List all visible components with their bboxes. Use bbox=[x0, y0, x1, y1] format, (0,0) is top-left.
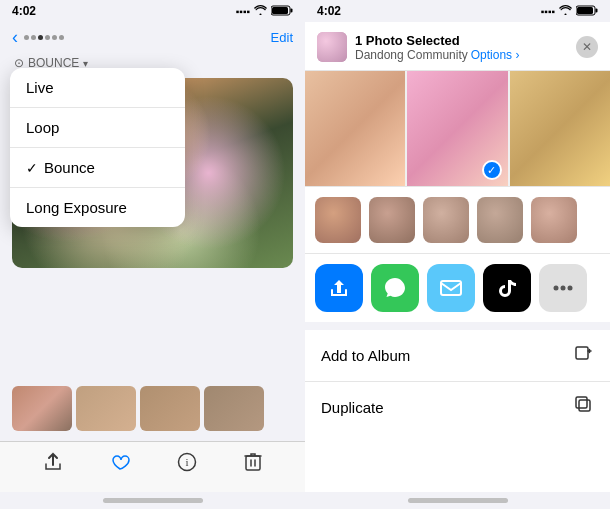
person-2[interactable] bbox=[369, 197, 415, 243]
duplicate-label: Duplicate bbox=[321, 399, 384, 416]
add-to-album-item[interactable]: Add to Album bbox=[305, 330, 610, 382]
svg-rect-15 bbox=[576, 397, 587, 408]
tiktok-app-icon[interactable] bbox=[483, 264, 531, 312]
person-1[interactable] bbox=[315, 197, 361, 243]
check-icon: ✓ bbox=[26, 160, 38, 176]
time-right: 4:02 bbox=[317, 4, 341, 18]
photo-count: 1 Photo Selected bbox=[355, 33, 576, 48]
nav-dot-6 bbox=[59, 35, 64, 40]
thumbnail-1[interactable] bbox=[12, 386, 72, 431]
share-app-icon[interactable] bbox=[315, 264, 363, 312]
photo-cell-1[interactable] bbox=[305, 71, 405, 186]
live-label: Live bbox=[26, 79, 54, 96]
share-button[interactable] bbox=[43, 452, 63, 477]
app-icons-strip bbox=[305, 253, 610, 322]
svg-rect-2 bbox=[272, 7, 288, 14]
person-3[interactable] bbox=[423, 197, 469, 243]
wifi-icon bbox=[254, 5, 267, 17]
svg-rect-14 bbox=[579, 400, 590, 411]
photo-cell-2[interactable] bbox=[407, 71, 507, 186]
svg-rect-9 bbox=[441, 281, 461, 295]
edit-button[interactable]: Edit bbox=[271, 30, 293, 45]
right-panel: 4:02 ▪▪▪▪ 1 Photo Selected bbox=[305, 0, 610, 509]
status-bar-left: 4:02 ▪▪▪▪ bbox=[0, 0, 305, 22]
share-header-text: 1 Photo Selected Dandong Community Optio… bbox=[355, 33, 576, 62]
trash-button[interactable] bbox=[244, 452, 262, 477]
thumbnail-3[interactable] bbox=[140, 386, 200, 431]
battery-icon-right bbox=[576, 5, 598, 18]
nav-dot-5 bbox=[52, 35, 57, 40]
signal-icon-right: ▪▪▪▪ bbox=[541, 6, 555, 17]
close-button[interactable]: ✕ bbox=[576, 36, 598, 58]
nav-dot-1 bbox=[24, 35, 29, 40]
options-button[interactable]: Options › bbox=[471, 48, 520, 62]
status-icons-right: ▪▪▪▪ bbox=[541, 5, 598, 18]
svg-rect-8 bbox=[577, 7, 593, 14]
bounce-option-label: Bounce bbox=[44, 159, 95, 176]
select-indicator bbox=[482, 160, 502, 180]
mail-app-icon[interactable] bbox=[427, 264, 475, 312]
photo-cell-3[interactable] bbox=[510, 71, 610, 186]
photo-grid bbox=[305, 71, 610, 186]
thumbnail-4[interactable] bbox=[204, 386, 264, 431]
svg-rect-7 bbox=[596, 8, 598, 12]
share-header: 1 Photo Selected Dandong Community Optio… bbox=[305, 22, 610, 71]
share-avatar bbox=[317, 32, 347, 62]
status-icons-left: ▪▪▪▪ bbox=[236, 5, 293, 18]
svg-rect-13 bbox=[576, 347, 588, 359]
status-bar-right: 4:02 ▪▪▪▪ bbox=[305, 0, 610, 22]
community-label: Dandong Community bbox=[355, 48, 468, 62]
nav-dot-4 bbox=[45, 35, 50, 40]
add-to-album-label: Add to Album bbox=[321, 347, 410, 364]
loop-label: Loop bbox=[26, 119, 59, 136]
add-album-icon bbox=[574, 343, 594, 368]
nav-dots bbox=[24, 35, 64, 40]
heart-button[interactable] bbox=[110, 452, 130, 477]
dropdown-item-bounce[interactable]: ✓ Bounce bbox=[10, 148, 185, 188]
time-left: 4:02 bbox=[12, 4, 36, 18]
spacer bbox=[0, 268, 305, 376]
bottom-toolbar: i bbox=[0, 441, 305, 492]
dropdown-menu: Live Loop ✓ Bounce Long Exposure bbox=[10, 68, 185, 227]
duplicate-icon bbox=[574, 395, 594, 420]
nav-bar-left: ‹ Edit bbox=[0, 22, 305, 52]
thumbnail-strip bbox=[0, 376, 305, 441]
wifi-icon-right bbox=[559, 5, 572, 17]
nav-dot-3 bbox=[38, 35, 43, 40]
back-button[interactable]: ‹ bbox=[12, 27, 18, 48]
left-panel: 4:02 ▪▪▪▪ ‹ bbox=[0, 0, 305, 509]
messages-app-icon[interactable] bbox=[371, 264, 419, 312]
battery-icon bbox=[271, 5, 293, 18]
person-4[interactable] bbox=[477, 197, 523, 243]
svg-point-11 bbox=[561, 286, 566, 291]
svg-point-12 bbox=[568, 286, 573, 291]
home-indicator-right bbox=[408, 498, 508, 503]
nav-title bbox=[24, 35, 271, 40]
person-5[interactable] bbox=[531, 197, 577, 243]
dropdown-item-long-exposure[interactable]: Long Exposure bbox=[10, 188, 185, 227]
info-button[interactable]: i bbox=[177, 452, 197, 477]
thumbnail-2[interactable] bbox=[76, 386, 136, 431]
svg-rect-5 bbox=[246, 456, 260, 470]
home-indicator-left bbox=[103, 498, 203, 503]
action-list: Add to Album Duplicate bbox=[305, 330, 610, 492]
svg-rect-1 bbox=[291, 8, 293, 12]
duplicate-item[interactable]: Duplicate bbox=[305, 382, 610, 433]
chevron-down-icon: ▾ bbox=[83, 58, 88, 69]
dropdown-item-live[interactable]: Live bbox=[10, 68, 185, 108]
nav-dot-2 bbox=[31, 35, 36, 40]
more-app-icon[interactable] bbox=[539, 264, 587, 312]
dropdown-item-loop[interactable]: Loop bbox=[10, 108, 185, 148]
signal-icon: ▪▪▪▪ bbox=[236, 6, 250, 17]
svg-point-10 bbox=[554, 286, 559, 291]
long-exposure-label: Long Exposure bbox=[26, 199, 127, 216]
svg-text:i: i bbox=[185, 456, 188, 468]
people-strip bbox=[305, 186, 610, 253]
